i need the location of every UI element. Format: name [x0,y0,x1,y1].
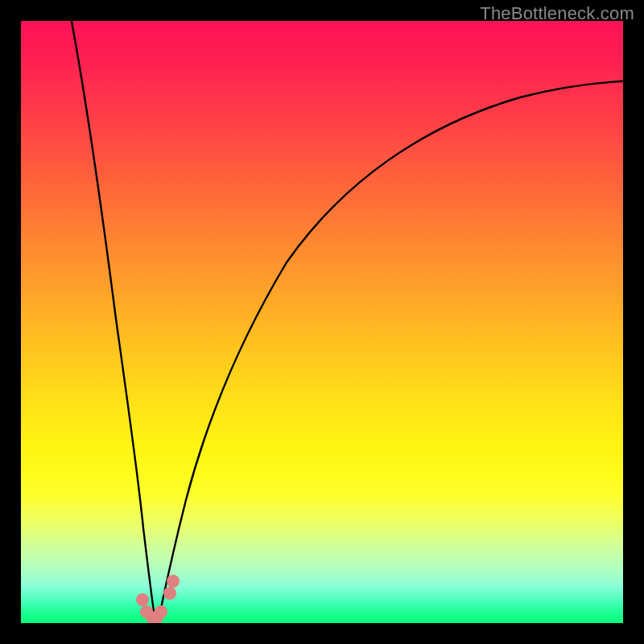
highlight-dots [136,575,180,623]
svg-point-4 [155,605,167,618]
svg-point-5 [163,587,176,600]
svg-point-6 [167,575,180,588]
bottleneck-curve [21,21,623,623]
chart-frame: TheBottleneck.com [0,0,644,644]
curve-left-branch [70,21,156,623]
watermark-text: TheBottleneck.com [480,3,634,24]
svg-point-0 [136,593,149,606]
plot-area [21,21,623,623]
curve-right-branch [158,80,623,623]
